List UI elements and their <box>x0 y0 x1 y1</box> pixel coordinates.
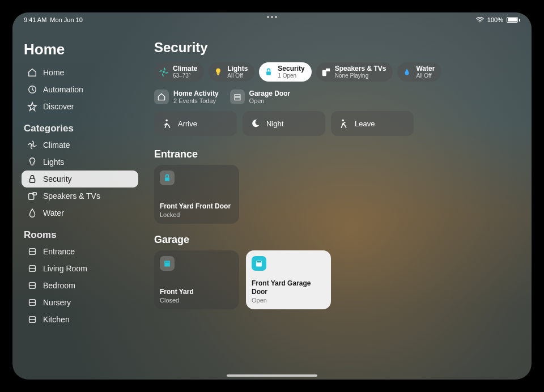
scene-arrive[interactable]: Arrive <box>154 111 237 136</box>
room-icon <box>27 246 37 257</box>
tile-sub: Locked <box>160 211 233 218</box>
scene-night[interactable]: Night <box>243 111 325 136</box>
pill-title: Climate <box>173 65 197 72</box>
section-garage: Garage Front Yard Closed <box>154 234 519 309</box>
pill-title: Speakers & TVs <box>335 65 386 72</box>
pill-climate[interactable]: Climate 63–73° <box>154 62 204 82</box>
sidebar-item-speakers-tvs[interactable]: Speakers & TVs <box>22 188 138 204</box>
house-icon <box>154 90 169 104</box>
sidebar-item-climate[interactable]: Climate <box>22 137 138 154</box>
drop-icon <box>27 208 37 218</box>
tile-sub: Open <box>252 297 325 304</box>
pill-water[interactable]: Water All Off <box>397 62 441 82</box>
garage-icon <box>160 256 175 271</box>
tile-front-door[interactable]: Front Yard Front Door Locked <box>154 165 239 224</box>
lock-icon <box>160 171 175 185</box>
sidebar: Home Home Automation <box>12 27 144 380</box>
sidebar-item-discover[interactable]: Discover <box>22 98 138 115</box>
activity-title: Home Activity <box>173 90 219 97</box>
home-indicator[interactable] <box>227 374 317 377</box>
section-heading: Entrance <box>154 148 519 160</box>
pill-title: Security <box>278 65 304 72</box>
svg-point-17 <box>165 120 168 122</box>
sidebar-item-lights[interactable]: Lights <box>22 154 138 171</box>
svg-rect-15 <box>326 69 330 71</box>
tile-front-yard[interactable]: Front Yard Closed <box>154 250 239 309</box>
svg-point-18 <box>342 120 344 122</box>
pill-title: Water <box>416 65 435 72</box>
tile-garage-door[interactable]: Front Yard Garage Door Open <box>246 250 331 309</box>
sidebar-item-entrance[interactable]: Entrance <box>22 243 138 260</box>
sidebar-item-label: Climate <box>43 140 70 150</box>
sidebar-item-kitchen[interactable]: Kitchen <box>22 311 138 328</box>
person-arrive-icon <box>162 118 172 129</box>
sidebar-item-label: Bedroom <box>43 281 75 290</box>
sidebar-item-label: Automation <box>43 85 83 94</box>
sidebar-item-bedroom[interactable]: Bedroom <box>22 277 138 294</box>
svg-rect-12 <box>218 74 219 75</box>
bulb-icon <box>213 67 223 77</box>
speaker-tv-icon <box>321 67 331 77</box>
section-entrance: Entrance Front Yard Front Door Locked <box>154 148 519 224</box>
moon-icon <box>250 118 261 129</box>
scene-label: Arrive <box>178 120 197 128</box>
pill-sub: 63–73° <box>173 73 197 79</box>
room-icon <box>27 280 37 291</box>
star-icon <box>27 101 37 112</box>
activity-row: Home Activity 2 Events Today Garage Door… <box>154 90 519 104</box>
fan-icon <box>27 140 37 150</box>
sidebar-item-label: Kitchen <box>43 315 70 324</box>
scene-row: Arrive Night Leave <box>154 111 519 136</box>
svg-point-11 <box>163 71 165 73</box>
sidebar-item-living-room[interactable]: Living Room <box>22 260 138 277</box>
sidebar-item-label: Water <box>43 208 64 218</box>
sidebar-item-label: Nursery <box>43 298 71 307</box>
room-icon <box>27 314 37 325</box>
room-icon <box>27 263 37 274</box>
main-content: Security Climate 63–73° <box>144 27 532 380</box>
sidebar-item-water[interactable]: Water <box>22 204 138 221</box>
tablet-frame: 9:41 AM Mon Jun 10 100% Home <box>0 0 544 392</box>
pill-sub: All Off <box>227 73 248 79</box>
svg-rect-23 <box>257 261 261 262</box>
page-title: Security <box>154 40 519 56</box>
sidebar-item-label: Lights <box>43 157 64 167</box>
activity-garage-door[interactable]: Garage Door Open <box>230 90 291 104</box>
sidebar-item-home[interactable]: Home <box>22 64 138 81</box>
pill-speakers-tvs[interactable]: Speakers & TVs None Playing <box>316 62 393 82</box>
garage-icon <box>230 90 245 104</box>
tile-title: Front Yard Front Door <box>160 202 233 210</box>
pill-sub: 1 Open <box>278 73 304 79</box>
svg-point-2 <box>31 144 33 146</box>
sidebar-item-nursery[interactable]: Nursery <box>22 294 138 311</box>
pill-sub: None Playing <box>335 73 386 79</box>
lock-icon <box>264 67 274 77</box>
activity-sub: Open <box>249 97 291 104</box>
activity-title: Garage Door <box>249 90 291 97</box>
section-heading: Garage <box>154 234 519 246</box>
activity-sub: 2 Events Today <box>173 97 219 104</box>
sidebar-item-security[interactable]: Security <box>22 171 138 188</box>
pill-lights[interactable]: Lights All Off <box>209 62 254 82</box>
fan-icon <box>159 67 169 77</box>
sidebar-item-label: Security <box>43 174 72 184</box>
activity-home[interactable]: Home Activity 2 Events Today <box>154 90 219 104</box>
pill-security[interactable]: Security 1 Open <box>259 62 311 82</box>
sidebar-item-label: Discover <box>43 102 74 111</box>
sidebar-item-label: Entrance <box>43 247 75 256</box>
sidebar-item-label: Home <box>43 68 64 77</box>
screen: 9:41 AM Mon Jun 10 100% Home <box>12 12 532 380</box>
tile-sub: Closed <box>160 297 233 304</box>
tile-title: Front Yard <box>160 288 233 296</box>
sidebar-item-automation[interactable]: Automation <box>22 81 138 98</box>
lock-icon <box>27 174 37 184</box>
speaker-tv-icon <box>27 191 37 201</box>
svg-rect-13 <box>266 71 271 75</box>
person-leave-icon <box>339 118 349 129</box>
pill-title: Lights <box>227 65 248 72</box>
sidebar-item-label: Speakers & TVs <box>43 191 100 201</box>
scene-leave[interactable]: Leave <box>331 111 414 136</box>
garage-open-icon <box>252 256 266 271</box>
svg-rect-19 <box>165 177 169 181</box>
house-icon <box>27 67 37 78</box>
